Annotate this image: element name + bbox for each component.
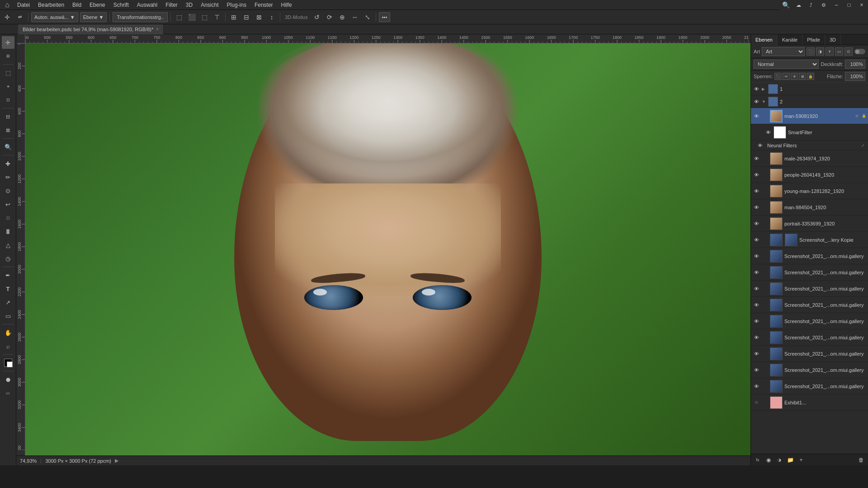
screen-mode-tool[interactable]: ▭ (2, 387, 14, 399)
layer-youngman[interactable]: 👁 young-man-1281282_1920 (751, 183, 868, 199)
distribute-h-btn[interactable]: ⊞ (228, 12, 239, 23)
layer-screenshot6[interactable]: 👁 Screenshot_2021_...om.miui.gallery (751, 329, 868, 346)
layer-screenshot8[interactable]: 👁 Screenshot_2021_...om.miui.gallery (751, 362, 868, 378)
fill-input[interactable] (845, 72, 865, 81)
layer-screenshot5[interactable]: 👁 Screenshot_2021_...om.miui.gallery (751, 313, 868, 329)
menu-3d[interactable]: 3D (182, 1, 196, 9)
layer-man59081920[interactable]: 👁 man-59081920 ⊙ 🔒 (751, 108, 868, 124)
document-tab-close[interactable]: × (156, 27, 159, 32)
layer-vis-ym[interactable]: 👁 (753, 188, 760, 195)
filter-shape-btn[interactable]: ▭ (835, 47, 843, 56)
zoom-tool[interactable]: ⌕ (2, 340, 14, 352)
align-top-btn[interactable]: ⊤ (212, 12, 222, 23)
align-center-btn[interactable]: ⬛ (186, 12, 197, 23)
rotate-3d-btn[interactable]: ↺ (311, 12, 322, 23)
lock-position-btn[interactable]: ✛ (791, 73, 798, 80)
filter-text-btn[interactable]: T (826, 47, 834, 56)
layer-vis-sf[interactable]: 👁 (764, 129, 772, 136)
layer-vis-2[interactable]: 👁 (753, 98, 760, 105)
slide-3d-btn[interactable]: ↔ (349, 12, 360, 23)
filter-toggle[interactable] (854, 49, 865, 54)
layer-vis-sc1[interactable]: 👁 (753, 253, 760, 260)
tab-kanaele[interactable]: Kanäle (778, 34, 802, 45)
align-left-btn[interactable]: ⬚ (174, 12, 184, 23)
settings-icon[interactable]: ⚙ (817, 0, 830, 10)
gradient-tool[interactable]: ▓ (2, 225, 14, 238)
layer-filter-btn[interactable]: fx (753, 455, 763, 465)
opacity-input[interactable] (845, 60, 865, 69)
layer-screenshot4[interactable]: 👁 Screenshot_2021_...om.miui.gallery (751, 297, 868, 313)
history-brush-tool[interactable]: ↩ (2, 198, 14, 211)
foreground-color[interactable] (2, 357, 14, 369)
search-icon[interactable]: 🔍 (779, 0, 792, 10)
lock-all-btn[interactable]: 🔒 (807, 73, 814, 80)
layer-smartfilter[interactable]: 👁 SmartFilter (751, 124, 868, 141)
layer-vis-sc0[interactable]: 👁 (753, 236, 760, 244)
roll-3d-btn[interactable]: ⟳ (324, 12, 335, 23)
layer-new-btn[interactable]: + (796, 455, 806, 465)
move-tool[interactable]: ✛ (2, 36, 14, 49)
layer-group-1[interactable]: 👁 ▶ 1 (751, 83, 868, 95)
status-arrow[interactable]: ▶ (115, 458, 118, 464)
lock-transparent-btn[interactable]: ⬛ (774, 73, 782, 80)
crop-tool[interactable]: ⊟ (2, 110, 14, 123)
shape-tool[interactable]: ▭ (2, 310, 14, 322)
menu-fenster[interactable]: Fenster (251, 1, 277, 9)
layer-vis-ex1[interactable]: 👁 (753, 399, 760, 406)
layer-vis-sc2[interactable]: 👁 (753, 269, 760, 276)
layer-neural[interactable]: 👁 Neural Filters ⤢ (751, 141, 868, 150)
menu-filter[interactable]: Filter (162, 1, 181, 9)
blend-mode-dropdown[interactable]: Normal Multiplizieren Aufhellen (754, 60, 819, 69)
layer-vis-man[interactable]: 👁 (753, 113, 760, 120)
close-button[interactable]: × (855, 0, 868, 10)
layer-screenshotcopy[interactable]: 👁 Screenshot_...lery Kopie (751, 232, 868, 248)
menu-datei[interactable]: Datei (14, 1, 33, 9)
menu-schrift[interactable]: Schrift (110, 1, 132, 9)
menu-ansicht[interactable]: Ansicht (197, 1, 222, 9)
layer-screenshot7[interactable]: 👁 Screenshot_2021_...om.miui.gallery (751, 346, 868, 362)
menu-ebene[interactable]: Ebene (86, 1, 109, 9)
dodge-tool[interactable]: ◷ (2, 252, 14, 265)
layer-adjustment-btn[interactable]: ◑ (774, 455, 784, 465)
quick-mask-tool[interactable]: ⬤ (2, 373, 14, 386)
move-tool-btn[interactable]: ✛ (2, 12, 13, 23)
filter-pixel-btn[interactable]: ⬛ (807, 47, 815, 56)
text-tool[interactable]: T (2, 282, 14, 295)
layer-vis-sc4[interactable]: 👁 (753, 301, 760, 309)
menu-bild[interactable]: Bild (69, 1, 85, 9)
distribute-3-btn[interactable]: ⊠ (254, 12, 264, 23)
layer-exhibit1[interactable]: 👁 Exhibit1... (751, 394, 868, 411)
blur-tool[interactable]: △ (2, 239, 14, 251)
layer-group-btn[interactable]: 📁 (785, 455, 795, 465)
filter-adjustment-btn[interactable]: ◑ (816, 47, 824, 56)
layer-expand-2[interactable]: ▼ (762, 99, 766, 104)
layer-portrait[interactable]: 👁 portrait-3353699_1920 (751, 216, 868, 232)
path-select-tool[interactable]: ↗ (2, 296, 14, 309)
heal-tool[interactable]: ✚ (2, 157, 14, 170)
layer-group-2[interactable]: 👁 ▼ 2 (751, 95, 868, 108)
drag-3d-btn[interactable]: ⊕ (337, 12, 348, 23)
layer-vis-sc7[interactable]: 👁 (753, 350, 760, 357)
cloud-icon[interactable]: ☁ (792, 0, 805, 10)
layer-vis-m1[interactable]: 👁 (753, 155, 760, 162)
object-select-tool[interactable]: ⊡ (2, 94, 14, 106)
layer-vis-1[interactable]: 👁 (753, 85, 760, 93)
layer-dropdown[interactable]: Ebene ▼ (80, 12, 107, 22)
marquee-tool[interactable]: ⬚ (2, 66, 14, 79)
tab-ebenen[interactable]: Ebenen (751, 34, 778, 45)
clone-tool[interactable]: ⊙ (2, 184, 14, 197)
layer-expand-1[interactable]: ▶ (762, 87, 766, 91)
filter-smart-btn[interactable]: ⊙ (844, 47, 853, 56)
minimize-button[interactable]: – (830, 0, 843, 10)
layer-vis-p1[interactable]: 👁 (753, 171, 760, 178)
menu-hilfe[interactable]: Hilfe (278, 1, 296, 9)
tab-3d[interactable]: 3D (825, 34, 841, 45)
document-tab[interactable]: Bilder bearbeiten.psdc bei 74,9% (man-59… (18, 24, 164, 34)
layer-people2604149[interactable]: 👁 people-2604149_1920 (751, 167, 868, 183)
lasso-tool[interactable]: ⌖ (2, 80, 14, 93)
tab-pfade[interactable]: Pfade (802, 34, 825, 45)
artboard-tool[interactable]: ⊞ (2, 50, 14, 62)
share-icon[interactable]: ⤴ (805, 0, 817, 10)
menu-plugins[interactable]: Plug-ins (223, 1, 250, 9)
auto-select-dropdown[interactable]: Auton. auswä... ▼ (31, 12, 78, 22)
